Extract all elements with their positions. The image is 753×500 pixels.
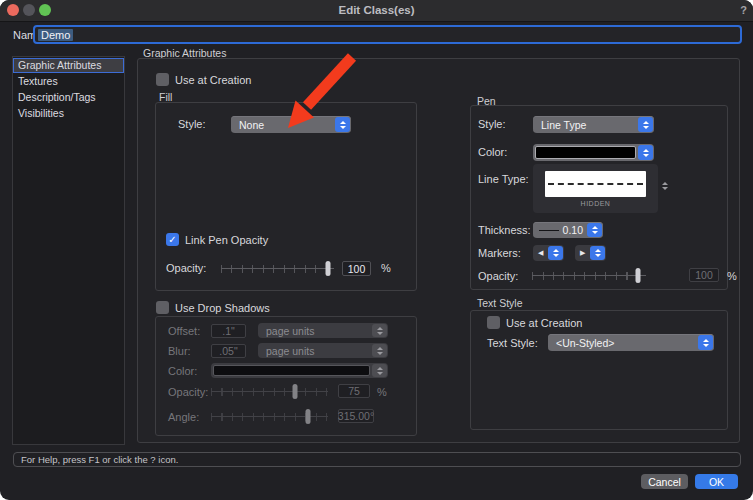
popup-stepper-icon: [590, 246, 605, 260]
line-type-stepper-icon[interactable]: [662, 182, 668, 190]
pen-opacity-unit: %: [727, 270, 737, 282]
shadow-blur-units-popup: page units: [258, 343, 388, 358]
pen-color-swatch: [535, 146, 636, 159]
shadow-offset-units-popup: page units: [258, 323, 388, 338]
pen-color-well[interactable]: [533, 144, 654, 161]
shadow-opacity-slider-knob: [293, 384, 298, 399]
shadow-opacity-slider: [211, 384, 328, 400]
fill-opacity-label: Opacity:: [166, 262, 206, 274]
name-input[interactable]: Demo: [33, 25, 742, 44]
shadow-angle-field: 315.00°: [338, 409, 374, 423]
use-drop-shadows-label: Use Drop Shadows: [175, 302, 270, 314]
marker-end-popup[interactable]: ▶: [575, 245, 606, 261]
title-bar: Edit Class(es) ?: [0, 0, 753, 22]
edit-class-dialog: Edit Class(es) ? Name: Demo Graphic Attr…: [0, 0, 753, 500]
help-icon[interactable]: ?: [740, 4, 747, 16]
shadow-offset-label: Offset:: [168, 325, 200, 337]
shadow-angle-slider: [211, 409, 328, 425]
pen-opacity-label: Opacity:: [478, 270, 518, 282]
shadow-blur-field: .05": [211, 344, 246, 358]
fill-opacity-slider-knob[interactable]: [326, 261, 331, 276]
use-at-creation-checkbox[interactable]: ✓: [156, 73, 169, 86]
pen-color-label: Color:: [478, 146, 507, 158]
pen-opacity-slider-knob[interactable]: [636, 268, 641, 283]
shadow-opacity-unit: %: [377, 386, 387, 398]
pen-thickness-value: 0.10: [563, 224, 583, 236]
pen-opacity-field: 100: [689, 268, 719, 282]
link-pen-opacity-label: Link Pen Opacity: [185, 234, 268, 246]
use-at-creation-label: Use at Creation: [175, 74, 251, 86]
fill-style-popup-value: None: [239, 119, 264, 131]
ok-button[interactable]: OK: [695, 474, 738, 489]
popup-stepper-icon: [698, 335, 713, 350]
popup-stepper-icon: [372, 324, 387, 337]
sidebar-item-graphic-attributes[interactable]: Graphic Attributes: [13, 58, 124, 73]
shadow-color-swatch: [213, 365, 370, 376]
popup-stepper-icon: [372, 364, 387, 377]
line-type-status: HIDDEN: [545, 200, 646, 207]
pen-opacity-slider[interactable]: [532, 268, 646, 284]
popup-stepper-icon: [372, 344, 387, 357]
shadow-color-well: [211, 363, 388, 378]
text-style-popup-value: <Un-Styled>: [556, 337, 614, 349]
text-style-section-title: Text Style: [477, 297, 523, 309]
pen-style-popup[interactable]: Line Type: [533, 116, 654, 133]
use-drop-shadows-checkbox[interactable]: ✓: [156, 301, 169, 314]
fill-style-label: Style:: [178, 118, 206, 130]
pen-style-label: Style:: [478, 118, 506, 130]
pen-line-type-label: Line Type:: [478, 173, 529, 185]
shadow-blur-label: Blur:: [168, 345, 191, 357]
fill-opacity-unit: %: [381, 262, 391, 274]
cancel-button[interactable]: Cancel: [641, 474, 688, 489]
popup-stepper-icon: [335, 117, 350, 132]
shadow-angle-slider-knob: [306, 409, 311, 424]
popup-stepper-icon: [638, 145, 653, 160]
fill-opacity-field[interactable]: 100: [342, 261, 371, 276]
pen-thickness-label: Thickness:: [478, 224, 531, 236]
shadow-opacity-field: 75: [338, 384, 370, 398]
text-style-label: Text Style:: [487, 337, 538, 349]
text-style-use-at-creation-label: Use at Creation: [506, 317, 582, 329]
arrow-right-icon: ▶: [580, 249, 585, 257]
help-status-bar: For Help, press F1 or click the ? icon.: [13, 452, 741, 467]
link-pen-opacity-checkbox[interactable]: ✓: [166, 233, 179, 246]
fill-opacity-slider[interactable]: [221, 261, 334, 277]
thickness-line-glyph: [539, 230, 559, 231]
text-style-use-at-creation-checkbox[interactable]: ✓: [487, 316, 500, 329]
arrow-left-icon: ◀: [538, 249, 543, 257]
marker-start-popup[interactable]: ◀: [533, 245, 564, 261]
pen-thickness-popup[interactable]: 0.10: [533, 222, 603, 238]
name-input-selected-text: Demo: [38, 29, 73, 41]
shadow-offset-field: .1": [211, 324, 246, 338]
help-text: For Help, press F1 or click the ? icon.: [21, 454, 178, 465]
category-list[interactable]: Graphic Attributes Textures Description/…: [12, 56, 125, 445]
window-title: Edit Class(es): [0, 4, 753, 16]
shadow-opacity-label: Opacity:: [168, 386, 208, 398]
popup-stepper-icon: [548, 246, 563, 260]
line-type-swatch: [545, 171, 646, 197]
sidebar-item-textures[interactable]: Textures: [13, 74, 124, 89]
pen-style-popup-value: Line Type: [541, 119, 586, 131]
text-style-popup[interactable]: <Un-Styled>: [548, 334, 714, 351]
popup-stepper-icon: [638, 117, 653, 132]
pen-markers-label: Markers:: [478, 247, 521, 259]
shadow-color-label: Color:: [168, 365, 197, 377]
screenshot-stage: Edit Class(es) ? Name: Demo Graphic Attr…: [0, 0, 753, 500]
popup-stepper-icon: [587, 223, 602, 237]
shadow-angle-label: Angle:: [168, 411, 199, 423]
dashed-line-glyph: [548, 183, 643, 185]
sidebar-item-description-tags[interactable]: Description/Tags: [13, 90, 124, 105]
line-type-preview-panel[interactable]: HIDDEN: [533, 164, 658, 213]
sidebar-item-visibilities[interactable]: Visibilities: [13, 106, 124, 121]
fill-style-popup[interactable]: None: [231, 116, 351, 133]
